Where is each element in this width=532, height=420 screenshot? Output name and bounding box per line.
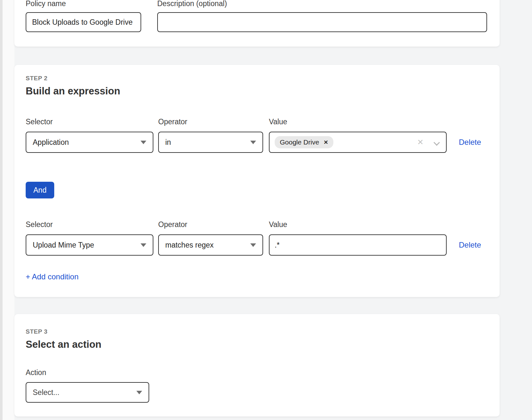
- clear-value-icon[interactable]: ✕: [417, 138, 424, 147]
- dropdown-caret-icon: [141, 243, 146, 247]
- value-multiselect[interactable]: Google Drive ✕ ✕: [269, 132, 447, 153]
- remove-tag-icon[interactable]: ✕: [324, 139, 328, 146]
- value-column-label: Value: [269, 220, 447, 229]
- selector-dropdown-value: Application: [33, 138, 69, 147]
- selector-dropdown[interactable]: Upload Mime Type: [26, 234, 153, 256]
- selector-dropdown[interactable]: Application: [26, 132, 153, 153]
- delete-condition-link[interactable]: Delete: [459, 241, 481, 249]
- selector-dropdown-value: Upload Mime Type: [33, 241, 94, 249]
- select-action-card: STEP 3 Select an action Action Select...: [14, 314, 500, 416]
- value-tag-label: Google Drive: [280, 138, 319, 146]
- policy-name-label: Policy name: [26, 0, 141, 8]
- step2-title: Build an expression: [26, 85, 500, 98]
- step2-label: STEP 2: [26, 74, 500, 82]
- delete-condition-link[interactable]: Delete: [459, 138, 481, 147]
- page-left-edge: [0, 0, 3, 420]
- and-button[interactable]: And: [26, 182, 54, 198]
- build-expression-card: STEP 2 Build an expression Selector Oper…: [14, 65, 500, 297]
- dropdown-caret-icon: [141, 141, 146, 144]
- policy-builder-page: Policy name Description (optional) STEP …: [0, 0, 532, 420]
- operator-dropdown-value: matches regex: [165, 241, 214, 249]
- operator-column-label: Operator: [158, 220, 263, 229]
- value-column-label: Value: [269, 118, 447, 126]
- step3-title: Select an action: [26, 338, 500, 351]
- dropdown-caret-icon: [250, 141, 256, 144]
- chevron-down-icon[interactable]: [434, 140, 440, 145]
- condition-row: Upload Mime Type matches regex Delete: [26, 234, 500, 256]
- operator-column-label: Operator: [158, 118, 263, 126]
- step3-label: STEP 3: [26, 328, 500, 336]
- value-text-input[interactable]: [269, 234, 447, 256]
- description-label: Description (optional): [157, 0, 487, 8]
- action-dropdown[interactable]: Select...: [26, 382, 149, 403]
- policy-name-input[interactable]: [26, 12, 141, 32]
- action-dropdown-value: Select...: [33, 388, 59, 397]
- condition-row: Application in Google Drive ✕ ✕ Delete: [26, 132, 500, 153]
- page-gutter: [3, 0, 14, 420]
- value-tag: Google Drive ✕: [275, 136, 333, 148]
- description-input[interactable]: [157, 12, 487, 32]
- dropdown-caret-icon: [250, 243, 256, 247]
- operator-dropdown[interactable]: matches regex: [158, 234, 263, 256]
- dropdown-caret-icon: [136, 391, 142, 394]
- add-condition-link[interactable]: + Add condition: [26, 272, 79, 281]
- operator-dropdown-value: in: [165, 138, 171, 147]
- operator-dropdown[interactable]: in: [158, 132, 263, 153]
- policy-details-card: Policy name Description (optional): [14, 0, 500, 47]
- action-label: Action: [26, 368, 500, 377]
- selector-column-label: Selector: [26, 220, 153, 229]
- selector-column-label: Selector: [26, 118, 153, 126]
